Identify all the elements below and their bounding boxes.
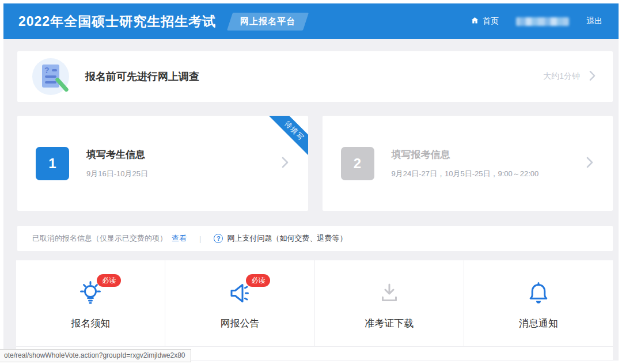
survey-title: 报名前可先进行网上调查 [85, 70, 199, 84]
logout-link[interactable]: 退出 [586, 16, 602, 26]
chevron-right-icon [589, 70, 596, 83]
step-card-candidate-info[interactable]: 1 填写考生信息 9月16日-10月25日 待填写 [17, 116, 308, 211]
step-info: 填写考生信息 9月16日-10月25日 [86, 148, 148, 179]
home-icon [471, 16, 479, 26]
link-preview-statusbar: ote/real/showWholeVote.action?groupId=rx… [0, 349, 191, 362]
home-link[interactable]: 首页 [471, 16, 499, 26]
home-label: 首页 [483, 16, 499, 26]
step-title: 填写考生信息 [86, 148, 148, 161]
step-info: 填写报考信息 9月24日-27日，10月5日-25日，9:00～22:00 [392, 148, 539, 179]
payment-help-text: 网上支付问题（如何交费、退费等） [227, 233, 347, 244]
step-card-application-info[interactable]: 2 填写报考信息 9月24日-27日，10月5日-25日，9:00～22:00 [323, 116, 613, 211]
quick-links-grid: 必读 报名须知 必读 网报公告 [16, 260, 613, 347]
step-date: 9月24日-27日，10月5日-25日，9:00～22:00 [392, 169, 539, 179]
ribbon-status: 待填写 [266, 116, 308, 159]
quick-link-label: 报名须知 [71, 317, 110, 330]
quick-link-label: 准考证下载 [365, 317, 414, 330]
survey-document-icon: ? [32, 58, 69, 95]
quick-link-announcements[interactable]: 必读 网报公告 [165, 260, 314, 346]
download-icon [376, 279, 403, 307]
platform-badge-label: 网上报名平台 [240, 16, 295, 27]
header-actions: 首页 退出 [471, 16, 602, 26]
vertical-divider: | [199, 234, 201, 243]
steps-row: 1 填写考生信息 9月16日-10月25日 待填写 2 填写报考信息 9月24日… [17, 116, 613, 211]
question-circle-icon: ? [214, 234, 223, 243]
cancelled-info-bar: 已取消的报名信息（仅显示已交费的项） 查看 | ? 网上支付问题（如何交费、退费… [17, 226, 613, 251]
payment-help-link[interactable]: ? 网上支付问题（如何交费、退费等） [214, 233, 347, 244]
quick-link-label: 网报公告 [220, 317, 259, 330]
survey-duration: 大约1分钟 [543, 71, 580, 82]
survey-duration-group: 大约1分钟 [543, 70, 596, 83]
step-date: 9月16日-10月25日 [86, 169, 148, 179]
step-number-badge: 2 [341, 147, 374, 180]
must-read-badge: 必读 [246, 274, 270, 287]
chevron-right-icon [282, 157, 289, 170]
chevron-right-icon [586, 157, 593, 170]
page-frame: 2022年全国硕士研究生招生考试 网上报名平台 首页 退出 ? 报名前可先进行网… [3, 3, 619, 361]
quick-link-label: 消息通知 [519, 317, 558, 330]
bell-icon [525, 279, 552, 307]
top-header: 2022年全国硕士研究生招生考试 网上报名平台 首页 退出 [3, 3, 619, 39]
platform-badge: 网上报名平台 [227, 13, 309, 31]
step-title: 填写报考信息 [392, 148, 539, 161]
step-number-badge: 1 [36, 147, 69, 180]
quick-link-signup-notice[interactable]: 必读 报名须知 [16, 260, 165, 346]
page-title: 2022年全国硕士研究生招生考试 [18, 13, 216, 31]
cancelled-info-text: 已取消的报名信息（仅显示已交费的项） [32, 233, 167, 244]
quick-link-admission-ticket[interactable]: 准考证下载 [315, 260, 464, 346]
username-redacted [516, 17, 569, 26]
view-link[interactable]: 查看 [172, 233, 187, 244]
must-read-badge: 必读 [97, 274, 121, 287]
quick-link-messages[interactable]: 消息通知 [464, 260, 613, 346]
survey-card[interactable]: ? 报名前可先进行网上调查 大约1分钟 [17, 51, 613, 102]
